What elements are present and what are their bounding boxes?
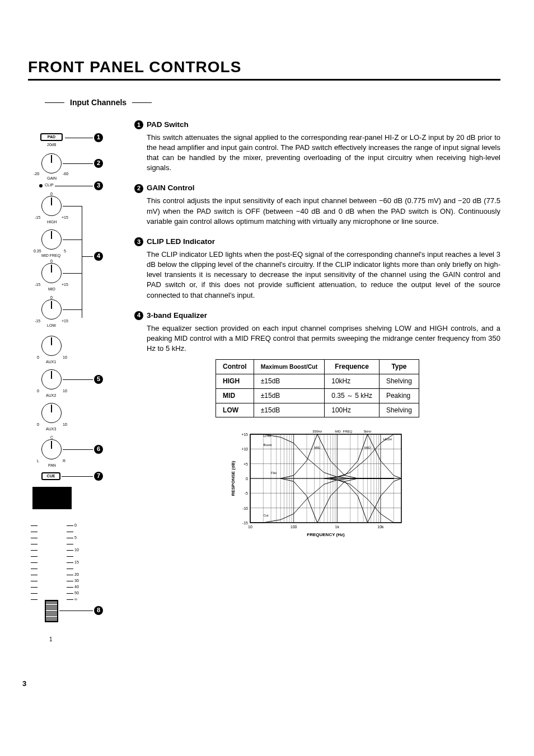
channel-display-icon — [32, 487, 72, 509]
section-eq: 4 3-band Equalizer The equalizer section… — [134, 311, 500, 539]
th-freq: Frequence — [325, 360, 380, 374]
pad-switch-icon: PAD — [40, 133, 63, 141]
th-control: Control — [216, 360, 254, 374]
svg-text:HIGH: HIGH — [383, 438, 392, 441]
page-number: 3 — [22, 679, 26, 689]
svg-text:+5: +5 — [243, 462, 248, 466]
mid-label: MID — [48, 287, 55, 292]
bullet-2: 2 — [134, 184, 143, 193]
subsection-title: Input Channels — [70, 97, 127, 109]
subsection-row: Input Channels — [45, 97, 500, 109]
callout-1: 1 — [94, 133, 103, 142]
section-body: This switch attenuates the signal applie… — [134, 133, 500, 173]
cue-button-icon: CUE — [41, 472, 60, 480]
section-title: PAD Switch — [147, 120, 189, 130]
gain-min: -20 — [34, 171, 39, 177]
eq-table: Control Maximum Boost/Cut Frequence Type… — [216, 359, 419, 417]
svg-text:-15: -15 — [242, 521, 248, 525]
midfreq-knob-icon — [41, 229, 62, 250]
table-row: LOW ±15dB 100Hz Shelving — [216, 403, 419, 417]
section-body: The CLIP indicator LED lights when the p… — [134, 250, 500, 300]
section-title: CLIP LED Indicator — [147, 237, 215, 247]
high-knob-icon — [41, 196, 62, 216]
aux3-knob-icon — [41, 403, 62, 423]
channel-strip-diagram: PAD 20dB 1 -20 -60 GAIN 2 CLIP 3 0 -15 +… — [28, 120, 118, 657]
descriptions: 1 PAD Switch This switch attenuates the … — [134, 120, 500, 657]
section-body: This control adjusts the input sensitivi… — [134, 196, 500, 227]
section-gain: 2 GAIN Control This control adjusts the … — [134, 183, 500, 226]
aux2-knob-icon — [41, 369, 62, 389]
svg-text:Boost: Boost — [263, 443, 272, 447]
fader-cap-icon — [45, 600, 58, 622]
svg-text:350Hz: 350Hz — [312, 430, 322, 433]
aux1-knob-icon — [41, 336, 62, 356]
callout-7: 7 — [94, 472, 103, 481]
callout-2: 2 — [94, 159, 103, 168]
bullet-4: 4 — [134, 311, 143, 320]
svg-text:10k: 10k — [377, 525, 384, 529]
svg-text:1k: 1k — [335, 525, 340, 529]
low-label: LOW — [47, 323, 56, 328]
pan-label: PAN — [48, 463, 56, 468]
aux3-label: AUX3 — [46, 426, 56, 432]
svg-text:+15: +15 — [241, 433, 248, 436]
gain-max: -60 — [63, 171, 68, 177]
clip-led-icon — [39, 184, 43, 187]
table-row: MID ±15dB 0.35 ～ 5 kHz Peaking — [216, 388, 419, 403]
gain-knob-icon — [41, 153, 62, 173]
bullet-3: 3 — [134, 237, 143, 246]
callout-6: 6 — [94, 445, 103, 454]
svg-text:FREQUENCY (Hz): FREQUENCY (Hz) — [307, 532, 345, 537]
svg-text:-5: -5 — [245, 492, 248, 496]
svg-text:10: 10 — [248, 525, 252, 529]
section-title: GAIN Control — [147, 183, 195, 194]
svg-text:LOW: LOW — [263, 435, 271, 438]
th-boostcut: Maximum Boost/Cut — [254, 360, 325, 374]
svg-text:Cut: Cut — [263, 514, 269, 518]
table-row: HIGH ±15dB 10kHz Shelving — [216, 374, 419, 388]
aux1-label: AUX1 — [46, 359, 56, 365]
callout-5: 5 — [94, 375, 103, 384]
mid-knob-icon — [41, 263, 62, 283]
section-body: The equalizer section provided on each i… — [134, 323, 500, 354]
svg-text:RESPONSE (dB): RESPONSE (dB) — [231, 461, 236, 496]
svg-text:100: 100 — [291, 525, 297, 529]
svg-text:+10: +10 — [241, 448, 248, 452]
midfreq-label: MID FREQ — [41, 253, 60, 259]
fader-scale: 0 5 10 15 20 30 40 50 ∞ — [31, 523, 81, 603]
section-title: 3-band Equalizer — [147, 311, 207, 321]
svg-text:MID. FREQ: MID. FREQ — [335, 430, 352, 433]
callout-3: 3 — [94, 181, 103, 190]
pad-value: 20dB — [47, 142, 56, 148]
page-title: FRONT PANEL CONTROLS — [28, 56, 500, 81]
svg-text:MID: MID — [314, 447, 321, 450]
clip-label: CLIP — [45, 182, 54, 188]
th-type: Type — [379, 360, 419, 374]
aux2-label: AUX2 — [46, 393, 56, 398]
svg-text:0: 0 — [246, 477, 248, 481]
callout-4: 4 — [94, 252, 103, 261]
channel-number: 1 — [49, 636, 53, 644]
low-knob-icon — [41, 299, 62, 320]
svg-text:Flat: Flat — [271, 471, 277, 475]
high-label: HIGH — [47, 219, 57, 225]
eq-response-chart: -15-10-50+5+10+15101001k10kFREQUENCY (Hz… — [134, 426, 500, 538]
section-pad: 1 PAD Switch This switch attenuates the … — [134, 120, 500, 173]
section-clip: 3 CLIP LED Indicator The CLIP indicator … — [134, 237, 500, 300]
bullet-1: 1 — [134, 120, 143, 129]
callout-8: 8 — [94, 606, 103, 615]
pan-knob-icon — [41, 439, 62, 459]
gain-label: GAIN — [47, 176, 57, 181]
svg-text:-10: -10 — [242, 506, 248, 510]
svg-text:MID: MID — [364, 447, 371, 450]
svg-text:5kHz: 5kHz — [364, 430, 372, 433]
